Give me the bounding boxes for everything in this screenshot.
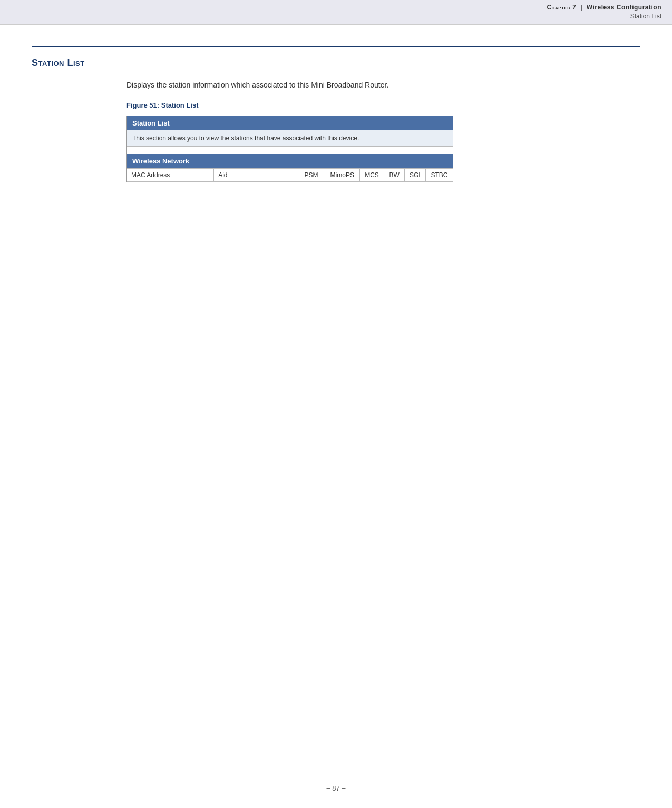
table-header-row: MAC Address Aid PSM MimoPS MCS BW SGI ST… xyxy=(127,168,453,181)
col-mimops: MimoPS xyxy=(325,168,359,181)
panel-header: Station List xyxy=(127,116,453,130)
panel-spacer xyxy=(127,147,453,154)
page-footer: – 87 – xyxy=(0,784,672,792)
figure-caption: Figure 51: Station List xyxy=(126,101,640,109)
station-table: MAC Address Aid PSM MimoPS MCS BW SGI ST… xyxy=(127,168,453,182)
section-divider xyxy=(32,46,640,47)
chapter-label: Chapter 7 | Wireless Configuration xyxy=(547,3,661,12)
col-bw: BW xyxy=(384,168,405,181)
col-stbc: STBC xyxy=(425,168,453,181)
col-psm: PSM xyxy=(298,168,325,181)
panel-description: This section allows you to view the stat… xyxy=(127,130,453,147)
col-mac-address: MAC Address xyxy=(127,168,214,181)
page-number: – 87 – xyxy=(326,784,345,792)
main-content: Station List Displays the station inform… xyxy=(0,25,672,214)
section-description: Displays the station information which a… xyxy=(126,79,453,91)
station-list-panel: Station List This section allows you to … xyxy=(126,116,453,182)
header-subtitle: Station List xyxy=(547,12,661,21)
page-header: Chapter 7 | Wireless Configuration Stati… xyxy=(0,0,672,25)
section-title: Station List xyxy=(32,57,640,69)
col-aid: Aid xyxy=(214,168,298,181)
col-sgi: SGI xyxy=(404,168,425,181)
col-mcs: MCS xyxy=(359,168,384,181)
wireless-network-header: Wireless Network xyxy=(127,154,453,168)
header-right: Chapter 7 | Wireless Configuration Stati… xyxy=(547,3,661,21)
